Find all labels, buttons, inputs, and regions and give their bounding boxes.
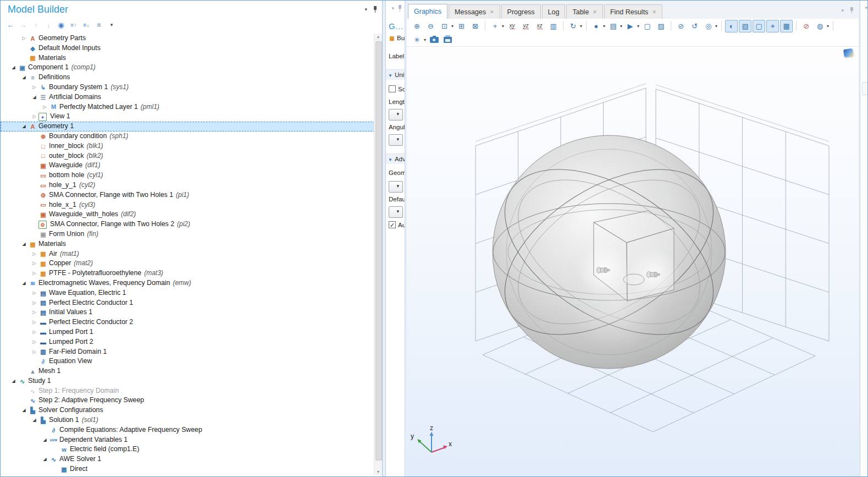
dropdown-caret-icon[interactable]: ▾ [637,24,639,29]
tree-item-outer-block[interactable]: □outer_block(blk2) [1,151,375,161]
collapse-icon[interactable]: ◢ [30,92,38,102]
scroll-thumb[interactable] [375,41,382,460]
collapse-icon[interactable]: ◢ [9,376,18,386]
tree-item-copper[interactable]: ▷▦Copper(mat2) [1,259,375,268]
tree-item-boundary-condition[interactable]: ⊕Boundary condition(sph1) [1,131,375,141]
tree-item-sma-connector-flange-with-two-holes-1[interactable]: ⚙SMA Connector, Flange with Two Holes 1(… [1,190,375,200]
tree-item-definitions[interactable]: ◢≡Definitions [1,73,375,83]
rotate-view-button[interactable]: ↻ [567,20,579,32]
collapse-icon[interactable]: ◢ [30,415,38,425]
view-hidden-button[interactable]: ◎ [702,20,715,32]
expand-icon[interactable]: ▷ [30,83,38,92]
tree-item-artificial-domains[interactable]: ◢☰Artificial Domains [1,92,375,102]
collapse-icon[interactable]: ◢ [9,63,18,73]
tree-item-geometry-1[interactable]: ◢AGeometry 1 [1,122,375,131]
go-to-default-view-button[interactable]: + [489,20,501,32]
tree-item-hole-x-1[interactable]: ▭hole_x_1(cyl3) [1,200,375,210]
panel-menu-icon[interactable]: ▾ [391,6,394,11]
graphics-canvas[interactable]: zyx [407,47,859,476]
collapse-icon[interactable]: ◢ [20,239,28,249]
tree-item-bottom-hole[interactable]: ▭bottom hole(cyl1) [1,171,375,180]
tree-item-wave-equation-electric-1[interactable]: ▷▤Wave Equation, Electric 1 [1,288,375,298]
tree-item-solver-configurations[interactable]: ◢▙Solver Configurations [1,405,375,415]
tree-item-boundary-system-1[interactable]: ▷↳Boundary System 1(sys1) [1,83,375,92]
collapse-icon[interactable]: ◢ [20,122,28,131]
panel-menu-icon[interactable]: ▾ [865,5,867,10]
dropdown-caret-icon[interactable]: ▾ [580,24,582,29]
print-button[interactable] [441,34,454,46]
reset-hiding-button[interactable]: ↺ [688,20,701,32]
tab-close-icon[interactable]: ✕ [652,9,656,15]
tree-scrollbar[interactable]: ▲ ▼ [374,34,382,475]
zoom-box-button[interactable]: ⊡ [438,20,451,32]
collapse-icon[interactable]: ◢ [41,454,49,464]
tree-item-compile-equations-adaptive-frequency-sweep[interactable]: ∂Compile Equations: Adaptive Frequency S… [1,425,375,435]
dropdown-caret-icon[interactable]: ▾ [827,24,829,29]
tree-item-default-model-inputs[interactable]: ◆Default Model Inputs [1,43,375,53]
tree-item-equation-view[interactable]: ∂Equation View [1,357,375,366]
zoom-in-button[interactable]: ⊕ [411,20,423,32]
show-grid-toggle[interactable]: ▦ [780,20,793,32]
move-down-button[interactable]: ↓ [43,19,54,30]
tree-item-ptfe-polytetrafluoroethylene[interactable]: ▷▦PTFE - Polytetrafluoroethylene(mat3) [1,268,375,278]
collapse-icon[interactable]: ◢ [20,278,28,288]
expand-all-button[interactable]: ≡↓ [81,19,92,30]
default-repair-tolerance-select[interactable] [389,206,403,218]
tree-item-waveguide[interactable]: ▣Waveguide(dif1) [1,161,375,171]
color-palette-button[interactable]: ◍ [814,20,826,32]
angular-unit-select[interactable] [389,134,403,146]
collapse-icon[interactable]: ◢ [20,73,28,83]
tree-item-lumped-port-1[interactable]: ▷▬Lumped Port 1 [1,327,375,337]
tree-item-waveguide-with-holes[interactable]: ▣Waveguide_with_holes(dif2) [1,210,375,220]
tree-item-component-1[interactable]: ◢▣Component 1(comp1) [1,63,375,73]
pin-icon[interactable] [373,6,378,13]
dropdown-caret-icon[interactable]: ▾ [603,24,605,29]
automatic-rebuild-checkbox[interactable]: ✓ [389,221,396,228]
dropdown-caret-icon[interactable]: ▾ [502,24,504,29]
collapse-all-button[interactable]: ≡↑ [68,19,79,30]
tree-item-perfect-electric-conductor-2[interactable]: ▷▬Perfect Electric Conductor 2 [1,317,375,327]
view-yz-button[interactable]: yz [519,20,532,32]
expand-icon[interactable]: ▷ [30,288,38,298]
tab-graphics[interactable]: Graphics [408,4,447,19]
show-axes-toggle[interactable]: ⌖ [766,20,779,32]
length-unit-select[interactable] [389,109,403,120]
expand-icon[interactable]: ▷ [30,249,38,259]
perspective-view-button[interactable]: ▥ [547,20,560,32]
tree-item-study-1[interactable]: ◢∿Study 1 [1,376,375,386]
tab-log[interactable]: Log [542,4,566,19]
view-xz-button[interactable]: xz [533,20,546,32]
tab-progress[interactable]: Progress [501,4,541,19]
dropdown-caret-icon[interactable]: ▾ [424,37,426,42]
scene-light-menu-button[interactable]: ● [590,20,602,32]
zoom-to-selection-button[interactable]: ⊠ [469,20,482,32]
expand-icon[interactable]: ▷ [30,268,38,278]
dropdown-caret-icon[interactable]: ▾ [620,24,622,29]
image-snapshot-button[interactable]: ▤ [607,20,620,32]
expand-icon[interactable]: ▷ [41,102,49,112]
tree-item-electromagnetic-waves-frequency-domain[interactable]: ◢≋Electromagnetic Waves, Frequency Domai… [1,278,375,288]
tree-item-direct[interactable]: ▦Direct [1,464,375,474]
expand-icon[interactable]: ▷ [30,327,38,337]
model-tree-node-text-button[interactable]: ≡ [93,19,104,30]
tree-item-initial-values-1[interactable]: ▷▤Initial Values 1 [1,308,375,317]
expand-icon[interactable]: ▷ [30,347,38,357]
clear-selection-button[interactable]: ▨ [655,20,667,32]
geometry-representation-select[interactable] [389,181,403,193]
expand-icon[interactable]: ▷ [30,298,38,308]
transparency-toggle[interactable]: ▧ [739,20,751,32]
tree-item-materials[interactable]: ▦Materials [1,53,375,63]
tab-find-results[interactable]: Find Results✕ [604,4,662,19]
collapse-icon[interactable]: ◢ [20,405,28,415]
wireframe-toggle[interactable]: ▢ [753,20,765,32]
tree-item-form-union[interactable]: ▣Form Union(fin) [1,229,375,239]
tree-item-perfect-electric-conductor-1[interactable]: ▷▤Perfect Electric Conductor 1 [1,298,375,308]
tree-item-air[interactable]: ▷▦Air(mat1) [1,249,375,259]
tab-messages[interactable]: Messages✕ [449,4,500,19]
scene-light-toggle[interactable]: ◐ [725,20,738,32]
back-button[interactable]: ← [5,19,16,30]
expand-icon[interactable]: ▷ [30,337,38,347]
floating-window-icon[interactable] [843,48,854,57]
tree-item-step-1-frequency-domain[interactable]: ∿Step 1: Frequency Domain [1,386,375,396]
forward-button[interactable]: → [18,19,29,30]
